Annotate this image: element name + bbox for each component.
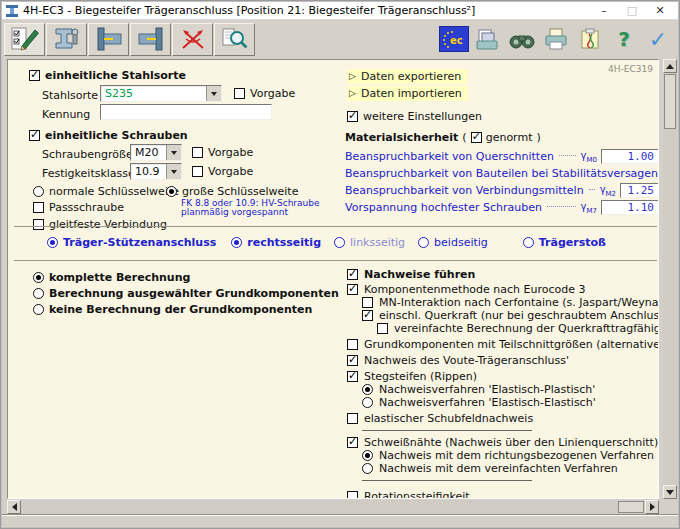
protocol-button[interactable] bbox=[574, 24, 606, 54]
preview-button[interactable] bbox=[214, 23, 255, 56]
proof-label: Schweißnähte (Nachweis über den Linienqu… bbox=[364, 436, 658, 449]
proof-checkbox[interactable] bbox=[362, 310, 373, 321]
rechtsseitig-radio[interactable] bbox=[231, 237, 242, 248]
maximize-button[interactable]: □ bbox=[618, 3, 646, 19]
edit-input-button[interactable] bbox=[4, 23, 45, 56]
confirm-button[interactable]: ✓ bbox=[642, 24, 674, 54]
cross-section-button[interactable] bbox=[46, 23, 87, 56]
help-button[interactable]: ? bbox=[608, 24, 640, 54]
copy-output-button[interactable] bbox=[472, 24, 504, 54]
fit-bolt-checkbox[interactable] bbox=[33, 202, 44, 213]
uniform-bolts-section: einheitliche Schrauben bbox=[29, 129, 188, 142]
traeger-stuetzen-radio[interactable] bbox=[47, 237, 58, 248]
export-data-link[interactable]: ▷ Daten exportieren bbox=[347, 69, 467, 84]
import-data-label: Daten importieren bbox=[361, 87, 462, 100]
bolt-size-vorgabe-checkbox[interactable] bbox=[192, 147, 203, 158]
gamma-m2-value[interactable]: 1.25 bbox=[620, 183, 659, 198]
checklist-pencil-icon bbox=[10, 26, 40, 52]
wrench-normal-radio[interactable] bbox=[33, 186, 44, 197]
module-code: 4H-EC319 bbox=[528, 64, 653, 74]
proof-checkbox[interactable] bbox=[347, 413, 358, 424]
calc-selected-radio[interactable] bbox=[33, 288, 44, 299]
proof-radio[interactable] bbox=[362, 450, 373, 461]
proof-radio[interactable] bbox=[362, 397, 373, 408]
scroll-right-button[interactable] bbox=[645, 500, 659, 514]
traeger-stuetzen-label: Träger-Stützenanschluss bbox=[63, 236, 216, 249]
horizontal-scrollbar[interactable] bbox=[7, 500, 659, 514]
steel-vorgabe-checkbox[interactable] bbox=[234, 88, 245, 99]
gamma-m0-value[interactable]: 1.00 bbox=[601, 149, 659, 164]
wrench-large-radio[interactable] bbox=[166, 186, 177, 197]
calc-selected-option: Berechnung ausgewählter Grundkomponenten bbox=[33, 287, 339, 300]
calc-complete-radio[interactable] bbox=[33, 272, 44, 283]
minimize-button[interactable]: – bbox=[590, 3, 618, 19]
calc-none-radio[interactable] bbox=[33, 304, 44, 315]
bolt-class-select[interactable]: 10.9 bbox=[130, 163, 182, 180]
proof-item: einschl. Querkraft (nur bei geschraubtem… bbox=[362, 309, 657, 322]
genormt-checkbox[interactable] bbox=[471, 132, 482, 143]
proof-checkbox[interactable] bbox=[347, 284, 358, 295]
steel-grade-dropdown-button[interactable] bbox=[206, 86, 221, 101]
loads-button[interactable] bbox=[172, 23, 213, 56]
linksseitig-label: linksseitig bbox=[350, 236, 405, 249]
bolt-class-dropdown-button[interactable] bbox=[166, 164, 181, 179]
application-window: 4H-EC3 - Biegesteifer Trägeranschluss [P… bbox=[0, 0, 680, 529]
proof-item: Nachweisverfahren 'Elastisch-Plastisch' bbox=[362, 383, 657, 396]
proof-checkbox[interactable] bbox=[347, 355, 358, 366]
connection-left-button[interactable] bbox=[88, 23, 129, 56]
bolt-size-dropdown-button[interactable] bbox=[166, 145, 181, 160]
uniform-bolts-checkbox[interactable] bbox=[29, 130, 40, 141]
proof-checkbox[interactable] bbox=[362, 297, 373, 308]
proof-item: Nachweis des Voute-Trägeranschluss' bbox=[347, 354, 657, 367]
proof-checkbox[interactable] bbox=[377, 323, 388, 334]
fit-bolt-label: Passschraube bbox=[49, 201, 124, 214]
material-safety-rows: Beanspruchbarkeit von Querschnitten γM0 … bbox=[345, 148, 659, 216]
traegerstoss-label: Trägerstoß bbox=[539, 236, 606, 249]
uniform-steel-checkbox[interactable] bbox=[29, 70, 40, 81]
proof-item: Schweißnähte (Nachweis über den Linienqu… bbox=[347, 436, 657, 449]
close-button[interactable]: ✕ bbox=[646, 3, 674, 19]
bolt-size-select[interactable]: M20 bbox=[130, 144, 182, 161]
search-button[interactable] bbox=[506, 24, 538, 54]
protocol-note-icon bbox=[577, 27, 603, 51]
scroll-up-button[interactable] bbox=[663, 59, 677, 73]
vertical-scrollbar[interactable] bbox=[663, 59, 677, 499]
proof-checkbox[interactable] bbox=[347, 269, 358, 280]
kennung-label: Kennung bbox=[42, 108, 90, 121]
linksseitig-radio[interactable] bbox=[334, 237, 345, 248]
gamma-row-m1: Beanspruchbarkeit von Bauteilen bei Stab… bbox=[345, 165, 659, 182]
proof-checkbox[interactable] bbox=[347, 437, 358, 448]
proof-checkbox[interactable] bbox=[347, 491, 358, 499]
toolbar: ec bbox=[2, 20, 678, 59]
dotted-leader bbox=[589, 189, 595, 190]
vertical-scroll-thumb[interactable] bbox=[664, 74, 676, 129]
proof-radio[interactable] bbox=[362, 463, 373, 474]
steel-grade-select[interactable]: S235 bbox=[100, 85, 222, 102]
proof-checkbox[interactable] bbox=[347, 371, 358, 382]
scroll-down-button[interactable] bbox=[663, 485, 677, 499]
bolt-class-vorgabe-checkbox[interactable] bbox=[192, 166, 203, 177]
gamma-row-label: Beanspruchbarkeit von Querschnitten bbox=[345, 150, 554, 163]
eurocode-settings-button[interactable]: ec bbox=[438, 24, 470, 54]
slip-resistant-checkbox[interactable] bbox=[33, 219, 44, 230]
traegerstoss-radio[interactable] bbox=[523, 237, 534, 248]
proof-label: Rotationssteifigkeit bbox=[364, 490, 470, 499]
beidseitig-radio[interactable] bbox=[418, 237, 429, 248]
more-settings-checkbox[interactable] bbox=[347, 111, 358, 122]
import-data-link[interactable]: ▷ Daten importieren bbox=[347, 86, 468, 101]
paren-close: ) bbox=[536, 131, 540, 144]
proof-radio[interactable] bbox=[362, 384, 373, 395]
material-safety-title: Materialsicherheit bbox=[345, 131, 458, 144]
print-button[interactable] bbox=[540, 24, 572, 54]
gamma-m7-value[interactable]: 1.10 bbox=[601, 200, 659, 215]
kennung-input[interactable] bbox=[100, 104, 272, 120]
proof-checkbox[interactable] bbox=[347, 339, 358, 350]
horizontal-scroll-thumb[interactable] bbox=[618, 501, 644, 513]
connection-right-button[interactable] bbox=[130, 23, 171, 56]
proof-item: Nachweise führen bbox=[347, 268, 657, 281]
scroll-left-button[interactable] bbox=[7, 500, 21, 514]
proof-item: Nachweisverfahren 'Elastisch-Elastisch' bbox=[362, 396, 657, 409]
steel-vorgabe-label: Vorgabe bbox=[250, 87, 295, 100]
gamma-row-label: Beanspruchbarkeit von Bauteilen bei Stab… bbox=[345, 167, 658, 180]
proof-label: Komponentenmethode nach Eurocode 3 bbox=[364, 283, 586, 296]
